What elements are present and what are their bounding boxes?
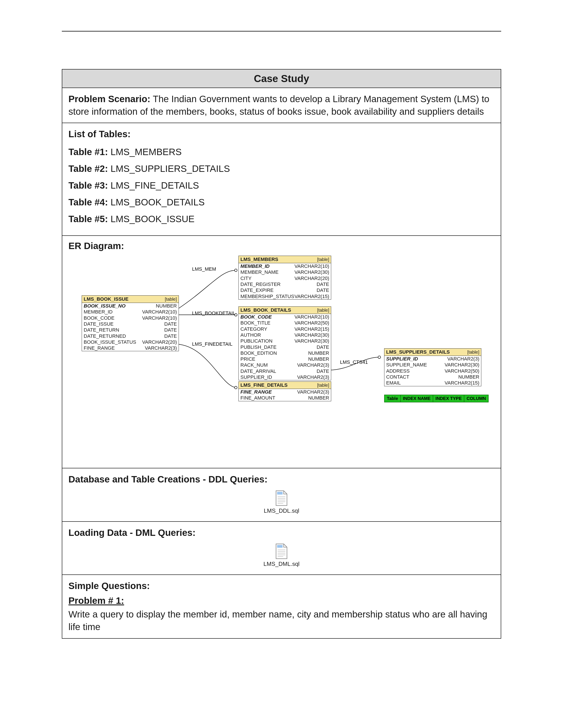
top-divider xyxy=(62,31,501,32)
entity-rows: MEMBER_IDVARCHAR2(10)MEMBER_NAMEVARCHAR2… xyxy=(239,263,331,299)
entity-name: LMS_SUPPLIERS_DETAILS xyxy=(386,349,467,355)
entity-lms-book-details: LMS_BOOK_DETAILS [table] BOOK_CODEVARCHA… xyxy=(238,306,331,380)
problem-1-heading: Problem # 1: xyxy=(68,595,495,606)
column-name: MEMBERSHIP_STATUS xyxy=(240,294,295,299)
column-name: SUPPLIER_ID xyxy=(386,356,447,362)
entity-column: DATE_RETURNEDDATE xyxy=(82,333,179,339)
entity-column: AUTHORVARCHAR2(30) xyxy=(239,332,331,338)
tables-heading: List of Tables: xyxy=(68,128,495,141)
column-type: VARCHAR2(15) xyxy=(445,380,479,386)
entity-type: [table] xyxy=(317,308,329,313)
column-name: MEMBER_NAME xyxy=(240,269,295,275)
entity-lms-book-issue: LMS_BOOK_ISSUE [table] BOOK_ISSUE_NONUMB… xyxy=(82,295,179,351)
entity-column: BOOK_CODEVARCHAR2(10) xyxy=(239,314,331,320)
column-type: DATE xyxy=(317,368,329,374)
entity-type: [table] xyxy=(467,350,479,355)
table-row: Table #5: LMS_BOOK_ISSUE xyxy=(68,214,495,224)
column-name: BOOK_EDITION xyxy=(240,350,308,356)
file-attachment[interactable]: LMS_DDL.sql xyxy=(68,490,495,514)
dml-section: Loading Data - DML Queries: LMS_DML.sql xyxy=(62,522,501,575)
case-study-container: Case Study Problem Scenario: The Indian … xyxy=(62,69,501,639)
column-type: NUMBER xyxy=(308,350,329,356)
entity-column: SUPPLIER_IDVARCHAR2(3) xyxy=(384,356,481,362)
table-label: Table #3: xyxy=(68,180,108,191)
entity-name: LMS_FINE_DETAILS xyxy=(240,382,317,388)
entity-type: [table] xyxy=(317,257,329,262)
svg-rect-8 xyxy=(277,492,283,494)
entity-type: [table] xyxy=(317,383,329,388)
table-name: LMS_FINE_DETAILS xyxy=(111,180,199,191)
file-name: LMS_DML.sql xyxy=(68,561,495,567)
column-type: VARCHAR2(3) xyxy=(145,345,177,351)
table-label: Table #2: xyxy=(68,163,108,174)
column-type: VARCHAR2(15) xyxy=(295,326,329,332)
table-row: Table #1: LMS_MEMBERS xyxy=(68,147,495,157)
column-name: MEMBER_ID xyxy=(84,309,142,315)
column-type: VARCHAR2(10) xyxy=(295,263,329,269)
column-name: BOOK_CODE xyxy=(240,314,295,320)
ddl-section: Database and Table Creations - DDL Queri… xyxy=(62,468,501,522)
column-type: DATE xyxy=(164,327,177,333)
entity-rows: SUPPLIER_IDVARCHAR2(3)SUPPLIER_NAMEVARCH… xyxy=(384,356,481,386)
column-name: DATE_ARRIVAL xyxy=(240,368,317,374)
file-name: LMS_DDL.sql xyxy=(68,507,495,514)
column-type: DATE xyxy=(164,333,177,339)
table-name: LMS_BOOK_ISSUE xyxy=(111,214,194,224)
column-type: VARCHAR2(3) xyxy=(297,362,329,368)
entity-type: [table] xyxy=(165,297,177,302)
column-name: DATE_RETURNED xyxy=(84,333,164,339)
relation-label: LMS_BOOKDETAIL xyxy=(192,310,235,316)
svg-point-1 xyxy=(234,269,237,272)
column-name: DATE_EXPIRE xyxy=(240,287,317,293)
document-icon xyxy=(275,543,288,559)
er-diagram: LMS_MEM LMS_BOOKDETAIL LMS_FINEDETAIL LM… xyxy=(68,253,495,463)
tables-list-section: List of Tables: Table #1: LMS_MEMBERS Ta… xyxy=(62,123,501,236)
column-name: DATE_REGISTER xyxy=(240,281,317,287)
simple-questions-heading: Simple Questions: xyxy=(68,580,495,592)
table-label: Table #4: xyxy=(68,197,108,207)
entity-column: PRICENUMBER xyxy=(239,356,331,362)
case-study-title: Case Study xyxy=(62,69,501,88)
er-heading: ER Diagram: xyxy=(68,241,495,251)
entity-lms-members: LMS_MEMBERS [table] MEMBER_IDVARCHAR2(10… xyxy=(238,256,331,300)
entity-column: DATE_RETURNDATE xyxy=(82,327,179,333)
column-type: VARCHAR2(30) xyxy=(295,338,329,344)
column-type: VARCHAR2(50) xyxy=(295,320,329,326)
entity-column: SUPPLIER_NAMEVARCHAR2(30) xyxy=(384,362,481,368)
column-type: NUMBER xyxy=(308,395,329,401)
simple-questions-section: Simple Questions: Problem # 1: Write a q… xyxy=(62,575,501,638)
column-name: DATE_RETURN xyxy=(84,327,164,333)
table-name: LMS_MEMBERS xyxy=(111,147,182,157)
entity-column: DATE_ARRIVALDATE xyxy=(239,368,331,374)
column-type: DATE xyxy=(164,321,177,327)
dml-heading: Loading Data - DML Queries: xyxy=(68,527,495,539)
entity-column: MEMBER_IDVARCHAR2(10) xyxy=(82,309,179,315)
table-row: Table #4: LMS_BOOK_DETAILS xyxy=(68,197,495,208)
entity-column: MEMBER_IDVARCHAR2(10) xyxy=(239,263,331,269)
entity-column: FINE_RANGEVARCHAR2(3) xyxy=(239,389,331,395)
entity-lms-suppliers-details: LMS_SUPPLIERS_DETAILS [table] SUPPLIER_I… xyxy=(384,348,481,386)
problem-scenario-section: Problem Scenario: The Indian Government … xyxy=(62,88,501,123)
entity-column: PUBLICATIONVARCHAR2(30) xyxy=(239,338,331,344)
entity-column: CATEGORYVARCHAR2(15) xyxy=(239,326,331,332)
table-label: Table #5: xyxy=(68,214,108,224)
column-type: NUMBER xyxy=(156,303,177,309)
column-type: VARCHAR2(3) xyxy=(297,389,329,395)
entity-column: BOOK_ISSUE_STATUSVARCHAR2(20) xyxy=(82,339,179,345)
entity-column: FINE_AMOUNTNUMBER xyxy=(239,395,331,401)
column-type: VARCHAR2(30) xyxy=(295,332,329,338)
legend-item: INDEX NAME xyxy=(401,395,433,402)
column-type: NUMBER xyxy=(458,374,479,380)
entity-rows: FINE_RANGEVARCHAR2(3)FINE_AMOUNTNUMBER xyxy=(239,389,331,401)
document-icon xyxy=(275,490,288,506)
table-row: Table #3: LMS_FINE_DETAILS xyxy=(68,180,495,191)
legend-item: INDEX TYPE xyxy=(433,395,464,402)
legend-item: Table xyxy=(385,395,401,402)
entity-lms-fine-details: LMS_FINE_DETAILS [table] FINE_RANGEVARCH… xyxy=(238,381,331,401)
column-type: VARCHAR2(3) xyxy=(447,356,479,362)
column-type: VARCHAR2(20) xyxy=(295,276,329,281)
entity-column: CITYVARCHAR2(20) xyxy=(239,275,331,281)
column-name: FINE_RANGE xyxy=(240,389,297,395)
problem-1-text: Write a query to display the member id, … xyxy=(68,608,495,633)
file-attachment[interactable]: LMS_DML.sql xyxy=(68,543,495,567)
